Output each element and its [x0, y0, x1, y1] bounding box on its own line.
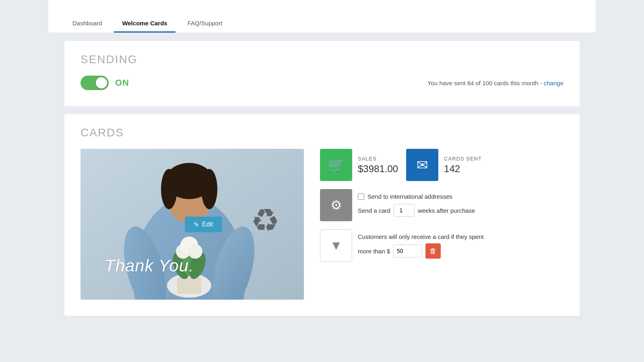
- cards-content: ♻ Thank You. ✎ Edit: [80, 149, 564, 300]
- edit-button-label: Edit: [202, 221, 213, 228]
- svg-rect-10: [177, 278, 201, 294]
- settings-content: Send to international addresses Send a c…: [358, 189, 475, 217]
- tab-dashboard[interactable]: Dashboard: [64, 15, 110, 33]
- stats-row: 🛒 SALES $3981.00 ✉ CARDS SENT: [320, 149, 564, 181]
- sending-section: SENDING ON You have sent 84 of 100 cards…: [64, 41, 580, 106]
- card-image-wrapper[interactable]: ♻ Thank You. ✎ Edit: [80, 149, 304, 300]
- sales-info: SALES $3981.00: [358, 156, 398, 175]
- cards-sent-value: 142: [444, 163, 482, 175]
- svg-point-8: [201, 169, 217, 209]
- mail-icon: ✉: [417, 157, 428, 173]
- edit-button[interactable]: ✎ Edit: [185, 216, 222, 232]
- card-settings: 🛒 SALES $3981.00 ✉ CARDS SENT: [320, 149, 564, 300]
- weeks-label-after: weeks after purchase: [418, 207, 475, 214]
- sending-toggle[interactable]: [80, 76, 109, 90]
- weeks-label-before: Send a card: [358, 207, 390, 214]
- edit-pencil-icon: ✎: [194, 220, 199, 228]
- sending-status: You have sent 84 of 100 cards this month…: [427, 80, 564, 86]
- filter-icon-box: ▼: [320, 229, 352, 261]
- cart-icon: 🛒: [328, 157, 345, 173]
- svg-point-16: [188, 244, 202, 259]
- filter-block: ▼ Customers will only receive a card if …: [320, 229, 564, 261]
- cards-sent-label: CARDS SENT: [444, 156, 482, 162]
- filter-row2: more than $ 🗑: [358, 243, 484, 259]
- weeks-input[interactable]: [394, 204, 415, 217]
- filter-icon: ▼: [330, 238, 343, 253]
- toggle-left: ON: [80, 76, 129, 90]
- cards-sent-info: CARDS SENT 142: [444, 156, 482, 175]
- tab-welcome-cards[interactable]: Welcome Cards: [114, 15, 175, 33]
- stat-block-cards-sent: ✉ CARDS SENT 142: [406, 149, 482, 181]
- sales-icon-box: 🛒: [320, 149, 352, 181]
- sending-title: SENDING: [80, 53, 564, 66]
- card-image-bg: ♻ Thank You. ✎ Edit: [80, 149, 304, 300]
- international-label: Send to international addresses: [367, 193, 452, 200]
- change-link[interactable]: change: [544, 80, 564, 86]
- page-wrapper: Dashboard Welcome Cards FAQ/Support SEND…: [48, 0, 596, 316]
- international-checkbox[interactable]: [358, 193, 364, 200]
- toggle-track: [80, 76, 109, 90]
- cards-sent-icon-box: ✉: [406, 149, 438, 181]
- weeks-row: Send a card weeks after purchase: [358, 204, 475, 217]
- svg-point-7: [161, 169, 177, 209]
- filter-content: Customers will only receive a card if th…: [358, 229, 484, 259]
- nav-tabs: Dashboard Welcome Cards FAQ/Support: [48, 0, 596, 33]
- cards-title: CARDS: [80, 126, 564, 139]
- toggle-on-label: ON: [115, 78, 129, 88]
- cards-section: CARDS: [64, 114, 580, 316]
- toggle-thumb: [96, 77, 107, 88]
- settings-block: ⚙ Send to international addresses Send a…: [320, 189, 564, 221]
- filter-amount-input[interactable]: [393, 245, 422, 257]
- delete-filter-button[interactable]: 🗑: [425, 243, 441, 259]
- stat-block-sales: 🛒 SALES $3981.00: [320, 149, 398, 181]
- sending-status-text: You have sent 84 of 100 cards this month…: [427, 80, 544, 86]
- trash-icon: 🗑: [429, 247, 437, 255]
- settings-icon-box: ⚙: [320, 189, 352, 221]
- gear-icon: ⚙: [330, 197, 342, 213]
- filter-line2-prefix: more than $: [358, 248, 390, 255]
- sales-label: SALES: [358, 156, 398, 162]
- sales-value: $3981.00: [358, 163, 398, 175]
- filter-line1: Customers will only receive a card if th…: [358, 233, 484, 240]
- international-row: Send to international addresses: [358, 193, 475, 200]
- tab-faq-support[interactable]: FAQ/Support: [180, 15, 231, 33]
- toggle-row: ON You have sent 84 of 100 cards this mo…: [80, 76, 564, 90]
